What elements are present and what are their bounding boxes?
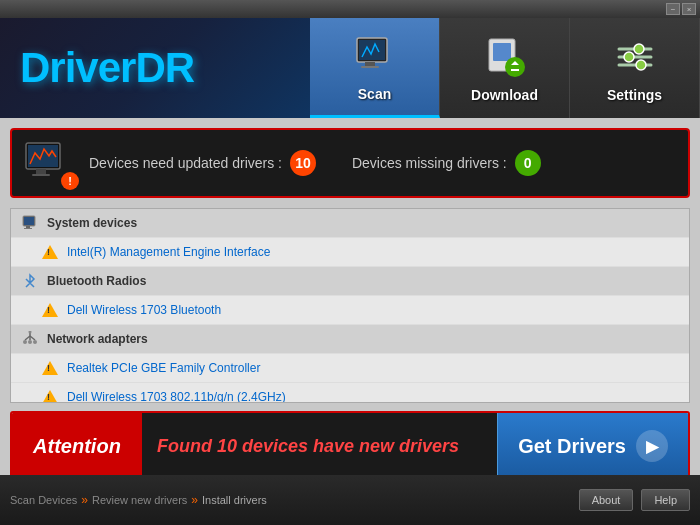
header: DriverDR Scan	[0, 18, 700, 118]
system-devices-icon	[21, 214, 39, 232]
svg-point-6	[505, 57, 525, 77]
action-bar: Attention Found 10 devices have new driv…	[10, 411, 690, 481]
tab-settings[interactable]: Settings	[570, 18, 700, 118]
breadcrumb-sep-1: »	[81, 493, 88, 507]
settings-tab-icon	[611, 33, 659, 81]
breadcrumb-sep-2: »	[191, 493, 198, 507]
help-button[interactable]: Help	[641, 489, 690, 511]
list-item: Bluetooth Radios	[11, 267, 689, 296]
svg-point-14	[636, 60, 646, 70]
svg-rect-17	[36, 169, 46, 174]
scan-tab-icon	[351, 32, 399, 80]
tab-settings-label: Settings	[607, 87, 662, 103]
warn-icon	[41, 243, 59, 261]
status-bar-right: About Help	[579, 489, 690, 511]
category-label: Bluetooth Radios	[47, 274, 146, 288]
status-text: Devices need updated drivers : 10 Device…	[89, 150, 676, 176]
svg-rect-16	[28, 145, 58, 167]
updated-count-badge: 10	[290, 150, 316, 176]
driver-label: Dell Wireless 1703 802.11b/g/n (2.4GHz)	[67, 390, 286, 403]
warn-icon	[41, 388, 59, 403]
svg-point-29	[33, 340, 37, 344]
app-logo: DriverDR	[20, 44, 194, 92]
status-banner: ! Devices need updated drivers : 10 Devi…	[10, 128, 690, 198]
list-item: System devices	[11, 209, 689, 238]
category-label: Network adapters	[47, 332, 148, 346]
list-item[interactable]: Dell Wireless 1703 Bluetooth	[11, 296, 689, 325]
device-list: System devices Intel(R) Management Engin…	[11, 209, 689, 403]
driver-label: Dell Wireless 1703 Bluetooth	[67, 303, 221, 317]
network-icon	[21, 330, 39, 348]
missing-count-badge: 0	[515, 150, 541, 176]
svg-rect-8	[511, 69, 519, 71]
svg-rect-20	[24, 217, 34, 225]
svg-point-27	[29, 331, 32, 334]
status-divider	[332, 155, 336, 171]
svg-rect-18	[32, 174, 50, 176]
get-drivers-label: Get Drivers	[518, 435, 626, 458]
list-item[interactable]: Intel(R) Management Engine Interface	[11, 238, 689, 267]
list-item[interactable]: Dell Wireless 1703 802.11b/g/n (2.4GHz)	[11, 383, 689, 403]
minimize-button[interactable]: −	[666, 3, 680, 15]
svg-rect-5	[493, 43, 511, 61]
close-button[interactable]: ×	[682, 3, 696, 15]
nav-tabs: Scan Download	[310, 18, 700, 118]
svg-rect-22	[24, 228, 32, 229]
svg-rect-3	[361, 66, 379, 68]
svg-point-28	[23, 340, 27, 344]
main-content: ! Devices need updated drivers : 10 Devi…	[0, 118, 700, 475]
attention-label: Attention	[12, 413, 142, 479]
alert-badge: !	[61, 172, 79, 190]
about-button[interactable]: About	[579, 489, 634, 511]
tab-download-label: Download	[471, 87, 538, 103]
tab-scan-label: Scan	[358, 86, 391, 102]
missing-label: Devices missing drivers :	[352, 155, 507, 171]
warn-icon	[41, 301, 59, 319]
svg-rect-2	[365, 62, 375, 66]
tab-download[interactable]: Download	[440, 18, 570, 118]
status-bar: Scan Devices » Review new drivers » Inst…	[0, 475, 700, 525]
download-tab-icon	[481, 33, 529, 81]
svg-point-13	[624, 52, 634, 62]
list-item: Network adapters	[11, 325, 689, 354]
get-drivers-button[interactable]: Get Drivers ▶	[497, 413, 688, 479]
driver-label: Intel(R) Management Engine Interface	[67, 245, 270, 259]
device-list-container[interactable]: System devices Intel(R) Management Engin…	[10, 208, 690, 403]
title-bar: − ×	[0, 0, 700, 18]
attention-message: Found 10 devices have new drivers	[142, 413, 497, 479]
bluetooth-icon	[21, 272, 39, 290]
breadcrumb: Scan Devices » Review new drivers » Inst…	[10, 493, 267, 507]
driver-label: Realtek PCIe GBE Family Controller	[67, 361, 260, 375]
category-label: System devices	[47, 216, 137, 230]
breadcrumb-install: Install drivers	[202, 494, 267, 506]
svg-point-30	[28, 340, 32, 344]
status-icon-area: !	[24, 141, 74, 185]
breadcrumb-scan: Scan Devices	[10, 494, 77, 506]
updated-label: Devices need updated drivers :	[89, 155, 282, 171]
svg-rect-21	[26, 226, 30, 228]
list-item[interactable]: Realtek PCIe GBE Family Controller	[11, 354, 689, 383]
warn-icon	[41, 359, 59, 377]
breadcrumb-review: Review new drivers	[92, 494, 187, 506]
tab-scan[interactable]: Scan	[310, 18, 440, 118]
logo-area: DriverDR	[0, 18, 310, 118]
arrow-right-icon: ▶	[636, 430, 668, 462]
svg-point-12	[634, 44, 644, 54]
